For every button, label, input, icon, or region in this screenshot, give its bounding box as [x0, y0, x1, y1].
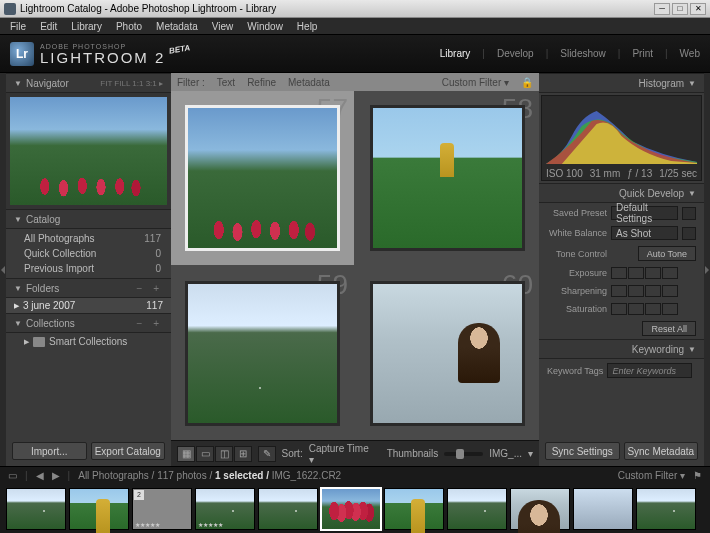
- menu-metadata[interactable]: Metadata: [150, 20, 204, 33]
- grid-view: 57 58 59 60: [171, 91, 539, 440]
- filmstrip-thumb[interactable]: [510, 488, 570, 530]
- window-titlebar: Lightroom Catalog - Adobe Photoshop Ligh…: [0, 0, 710, 18]
- filmstrip-thumb[interactable]: [321, 488, 381, 530]
- quick-develop-header[interactable]: Quick Develop ▼: [539, 183, 704, 203]
- filmstrip-thumb[interactable]: [573, 488, 633, 530]
- close-button[interactable]: ✕: [690, 3, 706, 15]
- menu-library[interactable]: Library: [65, 20, 108, 33]
- compare-view-button[interactable]: ◫: [215, 446, 233, 462]
- thumbnail: [370, 281, 525, 427]
- menu-help[interactable]: Help: [291, 20, 324, 33]
- maximize-button[interactable]: □: [672, 3, 688, 15]
- grid-cell[interactable]: 57: [171, 91, 354, 265]
- filmstrip[interactable]: 2★★★★★ ★★★★★: [0, 484, 710, 533]
- module-slideshow[interactable]: Slideshow: [560, 48, 606, 59]
- preset-dropdown[interactable]: Default Settings: [611, 206, 678, 220]
- grid-cell[interactable]: 60: [356, 267, 539, 441]
- right-panel: Histogram ▼ ISO 100 31 mm ƒ / 13 1/25 se…: [539, 73, 704, 466]
- menu-window[interactable]: Window: [241, 20, 289, 33]
- right-panel-grip[interactable]: [704, 73, 710, 466]
- thumbnail: [185, 281, 340, 427]
- wb-dropdown[interactable]: As Shot: [611, 226, 678, 240]
- catalog-header[interactable]: ▼ Catalog: [6, 209, 171, 229]
- grid-cell[interactable]: 58: [356, 91, 539, 265]
- filter-lock-icon[interactable]: 🔒: [521, 77, 533, 88]
- folders-header[interactable]: ▼ Folders − +: [6, 278, 171, 298]
- filmstrip-thumb[interactable]: ★★★★★: [195, 488, 255, 530]
- minimize-button[interactable]: ─: [654, 3, 670, 15]
- library-filter-bar: Filter : Text Refine Metadata Custom Fil…: [171, 73, 539, 91]
- saturation-steppers[interactable]: [611, 303, 678, 315]
- folders-add-remove[interactable]: − +: [137, 283, 163, 294]
- custom-filter-dropdown[interactable]: Custom Filter ▾: [442, 77, 509, 88]
- module-develop[interactable]: Develop: [497, 48, 534, 59]
- filter-refine[interactable]: Refine: [247, 77, 276, 88]
- module-library[interactable]: Library: [440, 48, 471, 59]
- filmstrip-thumb[interactable]: [69, 488, 129, 530]
- histogram-header[interactable]: Histogram ▼: [539, 73, 704, 93]
- exposure-steppers[interactable]: [611, 267, 678, 279]
- disclosure-triangle-icon: ▼: [14, 319, 22, 328]
- filmstrip-thumb[interactable]: [447, 488, 507, 530]
- menu-file[interactable]: File: [4, 20, 32, 33]
- grid-cell[interactable]: 59: [171, 267, 354, 441]
- histogram-display[interactable]: ISO 100 31 mm ƒ / 13 1/25 sec: [541, 95, 702, 181]
- navigator-preview[interactable]: [6, 93, 171, 209]
- collections-header[interactable]: ▼ Collections − +: [6, 313, 171, 333]
- collection-item[interactable]: ▶ Smart Collections: [6, 333, 171, 350]
- sort-dropdown[interactable]: Capture Time ▾: [309, 443, 375, 465]
- flag-filter-icon[interactable]: ⚑: [693, 470, 702, 481]
- filmstrip-thumb[interactable]: [6, 488, 66, 530]
- filmstrip-info-bar: ▭ | ◀ ▶ | All Photographs / 117 photos /…: [0, 466, 710, 484]
- filmstrip-thumb[interactable]: [636, 488, 696, 530]
- navigator-zoom-opts[interactable]: FIT FILL 1:1 3:1 ▸: [100, 79, 163, 88]
- filmstrip-thumb[interactable]: [258, 488, 318, 530]
- collections-add-remove[interactable]: − +: [137, 318, 163, 329]
- thumbnail-size-slider[interactable]: [444, 452, 483, 456]
- expand-icon[interactable]: [682, 227, 696, 240]
- grid-view-button[interactable]: ▦: [177, 446, 195, 462]
- disclosure-triangle-icon: ▼: [14, 79, 22, 88]
- reset-all-button[interactable]: Reset All: [642, 321, 696, 336]
- catalog-previous[interactable]: Previous Import0: [6, 261, 171, 276]
- filmstrip-thumb[interactable]: [384, 488, 444, 530]
- loupe-view-button[interactable]: ▭: [196, 446, 214, 462]
- menu-photo[interactable]: Photo: [110, 20, 148, 33]
- painter-tool-icon[interactable]: ✎: [258, 446, 276, 462]
- filter-text[interactable]: Text: [217, 77, 235, 88]
- expand-icon[interactable]: [682, 207, 696, 220]
- sort-label: Sort:: [282, 448, 303, 459]
- module-web[interactable]: Web: [680, 48, 700, 59]
- navigator-header[interactable]: ▼ Navigator FIT FILL 1:1 3:1 ▸: [6, 73, 171, 93]
- folder-icon: [33, 337, 45, 347]
- module-print[interactable]: Print: [632, 48, 653, 59]
- keywording-header[interactable]: Keywording ▼: [539, 339, 704, 359]
- auto-tone-button[interactable]: Auto Tone: [638, 246, 696, 261]
- menu-edit[interactable]: Edit: [34, 20, 63, 33]
- nav-back-icon[interactable]: ◀: [36, 470, 44, 481]
- lightroom-logo-icon: Lr: [10, 42, 34, 66]
- folder-item[interactable]: ▶ 3 june 2007117: [6, 298, 171, 313]
- sync-settings-button[interactable]: Sync Settings: [545, 442, 620, 460]
- custom-filter-status[interactable]: Custom Filter ▾: [618, 470, 685, 481]
- disclosure-triangle-icon: ▼: [14, 284, 22, 293]
- filmstrip-thumb[interactable]: 2★★★★★: [132, 488, 192, 530]
- beta-badge: BETA: [169, 43, 191, 56]
- sync-metadata-button[interactable]: Sync Metadata: [624, 442, 699, 460]
- export-catalog-button[interactable]: Export Catalog: [91, 442, 166, 460]
- filter-metadata[interactable]: Metadata: [288, 77, 330, 88]
- menu-view[interactable]: View: [206, 20, 240, 33]
- second-window-icon[interactable]: ▭: [8, 470, 17, 481]
- catalog-all[interactable]: All Photographs117: [6, 231, 171, 246]
- keyword-input[interactable]: Enter Keywords: [607, 363, 692, 378]
- import-button[interactable]: Import...: [12, 442, 87, 460]
- chevron-right-icon: ▶: [24, 338, 29, 346]
- survey-view-button[interactable]: ⊞: [234, 446, 252, 462]
- breadcrumb[interactable]: All Photographs / 117 photos / 1 selecte…: [78, 470, 341, 481]
- toolbar-menu-icon[interactable]: ▾: [528, 448, 533, 459]
- thumbnails-label: Thumbnails: [387, 448, 439, 459]
- catalog-quick[interactable]: Quick Collection0: [6, 246, 171, 261]
- grid-toolbar: ▦ ▭ ◫ ⊞ ✎ Sort: Capture Time ▾ Thumbnail…: [171, 440, 539, 466]
- nav-fwd-icon[interactable]: ▶: [52, 470, 60, 481]
- sharpening-steppers[interactable]: [611, 285, 678, 297]
